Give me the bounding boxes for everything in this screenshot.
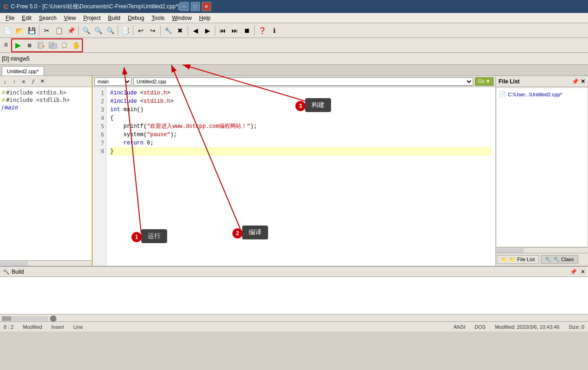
file-name-1: C:\User...\Untitled2.cpp* bbox=[508, 92, 562, 97]
title-text: C-Free 5.0 - [C:\Users\轻视\Documents\C-Fr… bbox=[11, 3, 179, 11]
menu-tools[interactable]: Tools bbox=[148, 14, 168, 22]
maximize-button[interactable]: □ bbox=[191, 2, 200, 11]
undo-button[interactable]: ↩ bbox=[135, 25, 146, 36]
menu-debug[interactable]: Debug bbox=[124, 14, 148, 22]
find2-button[interactable]: 🔍 bbox=[93, 25, 104, 36]
build-header: 🔨 Build 📌 ✕ bbox=[0, 267, 588, 277]
build-close-icon[interactable]: ✕ bbox=[581, 269, 585, 275]
code-printf: printf bbox=[124, 123, 144, 130]
prev-button[interactable]: ⏮ bbox=[217, 25, 228, 36]
minimize-button[interactable]: ─ bbox=[180, 2, 189, 11]
open-button[interactable]: 📂 bbox=[14, 25, 25, 36]
close-button[interactable]: ✕ bbox=[202, 2, 211, 11]
file-list-tab-button[interactable]: 📁 📁 File List bbox=[497, 255, 539, 264]
code-str1: "欢迎进入www.dotcpp.com编程网站！" bbox=[147, 123, 250, 130]
scroll-thumb-r bbox=[496, 248, 524, 253]
code-include1: #include bbox=[110, 90, 137, 96]
build-scrollbar[interactable] bbox=[2, 316, 48, 321]
outline-close[interactable]: ✕ bbox=[38, 77, 46, 86]
build-title: Build bbox=[12, 269, 24, 275]
title-bar: C C-Free 5.0 - [C:\Users\轻视\Documents\C-… bbox=[0, 0, 588, 13]
tb2-btn1[interactable]: R bbox=[2, 41, 10, 50]
folder-icon: 📁 bbox=[501, 257, 507, 263]
file-item-1[interactable]: 📄 C:\User...\Untitled2.cpp* bbox=[499, 90, 585, 99]
outline-item-1[interactable]: # #include <stdio.h> bbox=[2, 89, 90, 96]
separator3 bbox=[118, 25, 118, 36]
status-insert-mode: Insert bbox=[51, 324, 64, 330]
code-content[interactable]: #include <stdio.h> #include <stdlib.h> i… bbox=[106, 87, 495, 266]
outline-show-all[interactable]: ≡ bbox=[19, 77, 28, 86]
build-all-button[interactable]: 10 01 10 bbox=[47, 40, 58, 51]
find-button[interactable]: 🔍 bbox=[81, 25, 92, 36]
compile-button[interactable]: 10 01 bbox=[36, 40, 47, 51]
file-selector[interactable]: Untitled2.cpp bbox=[133, 77, 473, 86]
menu-build[interactable]: Build bbox=[104, 14, 124, 22]
build-button-group: ▶ ⏹ 10 01 10 01 10 📋 🖐 bbox=[11, 38, 83, 52]
tab-label: Untitled2.cpp* bbox=[7, 69, 39, 74]
clean-button[interactable]: 📋 bbox=[59, 40, 70, 51]
info-button[interactable]: ❓ bbox=[256, 25, 268, 36]
build-scroll-thumb bbox=[2, 316, 11, 321]
svg-text:01: 01 bbox=[50, 45, 52, 48]
menu-edit[interactable]: Edit bbox=[18, 14, 35, 22]
nav-back-button[interactable]: ◀ bbox=[190, 25, 201, 36]
status-size: Size: 0 bbox=[569, 324, 584, 330]
toolbar: 📄 📂 💾 ✂ 📋 📌 🔍 🔍 🔍 📑 ↩ ↪ 🔧 ✖ ◀ ▶ ⏮ ⏭ ⏹ ❓ … bbox=[0, 23, 588, 38]
menu-search[interactable]: Search bbox=[35, 14, 60, 22]
status-encoding: ANSI bbox=[453, 324, 465, 330]
code-str2: "pause" bbox=[147, 132, 170, 138]
tools2-button[interactable]: ✖ bbox=[175, 25, 186, 36]
build-panel: 🔨 Build 📌 ✕ bbox=[0, 266, 588, 321]
info2-button[interactable]: ℹ bbox=[269, 25, 280, 36]
outline-sort-desc[interactable]: ↑ bbox=[10, 77, 19, 86]
new-file-button[interactable]: 📄 bbox=[2, 25, 13, 36]
copy-button[interactable]: 📋 bbox=[53, 25, 64, 36]
separator7 bbox=[215, 25, 215, 36]
stop-button[interactable]: ⏹ bbox=[241, 25, 252, 36]
stop-run-button[interactable]: ⏹ bbox=[24, 40, 35, 51]
file-list-scrollbar-h[interactable] bbox=[496, 247, 588, 253]
code-main: main bbox=[124, 107, 137, 113]
menu-view[interactable]: View bbox=[60, 14, 80, 22]
menu-file[interactable]: File bbox=[2, 14, 18, 22]
outline-content: # #include <stdio.h> # #include <stdlib.… bbox=[0, 87, 92, 260]
menu-help[interactable]: Help bbox=[195, 14, 214, 22]
code-editor: main Untitled2.cpp Go ▼ 1 2 3 4 5 6 7 8 … bbox=[93, 76, 495, 266]
pin-icon[interactable]: 📌 bbox=[572, 78, 579, 85]
tools1-button[interactable]: 🔧 bbox=[163, 25, 174, 36]
separator2 bbox=[78, 25, 79, 36]
outline-item-3[interactable]: 𝑓 main bbox=[2, 104, 90, 111]
bookmark-button[interactable]: 📑 bbox=[120, 25, 131, 36]
class-tab-button[interactable]: 🔧 🔧 Class bbox=[541, 255, 578, 264]
menu-project[interactable]: Project bbox=[80, 14, 104, 22]
status-line-ending: DOS bbox=[475, 324, 486, 330]
build-pin-icon[interactable]: 📌 bbox=[570, 269, 577, 275]
go-button[interactable]: Go ▼ bbox=[475, 77, 494, 86]
code-int: int bbox=[110, 107, 120, 113]
func-selector[interactable]: main bbox=[94, 77, 131, 86]
outline-sort-asc[interactable]: ↓ bbox=[1, 77, 9, 86]
status-line-mode: Line bbox=[74, 324, 83, 330]
hand-button[interactable]: 🖐 bbox=[70, 40, 81, 51]
next-button[interactable]: ⏭ bbox=[229, 25, 240, 36]
left-panel: ↓ ↑ ≡ 𝑓 ✕ # #include <stdio.h> # #includ… bbox=[0, 76, 93, 266]
outline-scrollbar-h[interactable] bbox=[0, 260, 92, 266]
find3-button[interactable]: 🔍 bbox=[105, 25, 116, 36]
nav-fwd-button[interactable]: ▶ bbox=[202, 25, 213, 36]
save-button[interactable]: 💾 bbox=[26, 25, 37, 36]
run-button[interactable]: ▶ bbox=[13, 40, 24, 51]
build-content bbox=[0, 277, 588, 314]
separator4 bbox=[133, 25, 133, 36]
line-numbers: 1 2 3 4 5 6 7 8 bbox=[93, 87, 106, 266]
redo-button[interactable]: ↪ bbox=[147, 25, 158, 36]
tab-untitled2[interactable]: Untitled2.cpp* bbox=[2, 66, 44, 75]
build-indicator bbox=[50, 315, 56, 322]
outline-item-2[interactable]: # #include <stdlib.h> bbox=[2, 96, 90, 104]
file-list-title: File List bbox=[499, 78, 519, 85]
close-panel-icon[interactable]: ✕ bbox=[581, 78, 585, 85]
outline-show-funcs[interactable]: 𝑓 bbox=[29, 77, 37, 86]
paste-button[interactable]: 📌 bbox=[65, 25, 76, 36]
menu-window[interactable]: Window bbox=[168, 14, 195, 22]
cut-button[interactable]: ✂ bbox=[41, 25, 52, 36]
code-closing-brace: } bbox=[110, 147, 492, 156]
